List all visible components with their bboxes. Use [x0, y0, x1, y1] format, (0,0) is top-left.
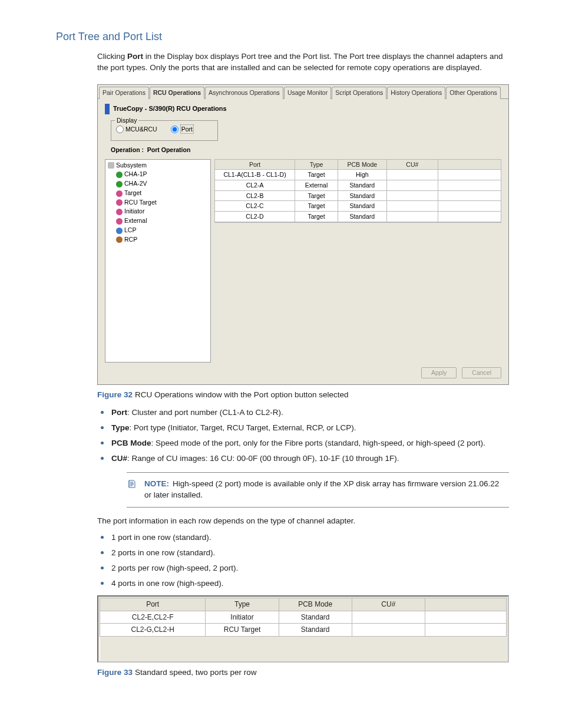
bullet-type: Type: Port type (Initiator, Target, RCU … — [110, 421, 509, 434]
tree-rcp[interactable]: RCP — [108, 235, 208, 245]
cell-cu — [386, 180, 438, 190]
term: PCB Mode — [111, 439, 151, 447]
cell-port: CL2-E,CL2-F — [100, 611, 206, 624]
tab-other-operations[interactable]: Other Operations — [446, 87, 501, 99]
tab-usage-monitor[interactable]: Usage Monitor — [284, 87, 331, 99]
cell-port: CL2-G,CL2-H — [100, 624, 206, 637]
tree-root[interactable]: Subsystem — [108, 161, 208, 170]
tree-initiator[interactable]: Initiator — [108, 207, 208, 216]
tab-bar: Pair Operations RCU Operations Asynchron… — [98, 86, 508, 99]
figure-32-caption: Figure 32RCU Operations window with the … — [97, 390, 509, 401]
tab-rcu-operations[interactable]: RCU Operations — [150, 87, 204, 99]
col-type: Type — [206, 598, 279, 611]
tree-ext-label: External — [124, 217, 147, 224]
port-table[interactable]: Port Type PCB Mode CU# CL1-A(CL1-B - CL1… — [214, 159, 501, 222]
bullet-2port: 2 ports in one row (standard). — [110, 546, 509, 559]
bullet-cu: CU#: Range of CU images: 16 CU: 00-0F (0… — [110, 452, 509, 465]
table-row[interactable]: CL2-A External Standard — [215, 180, 501, 190]
tab-pair-operations[interactable]: Pair Operations — [99, 87, 149, 99]
term: Type — [111, 423, 130, 432]
col-spacer — [438, 159, 501, 170]
title-accent-bar — [105, 104, 110, 114]
port-table-header: Port Type PCB Mode CU# — [215, 159, 501, 170]
col-type[interactable]: Type — [295, 159, 338, 170]
body-paragraph: The port information in each row depends… — [97, 516, 509, 527]
tree-lcp[interactable]: LCP — [108, 226, 208, 235]
cell-spacer — [438, 212, 501, 222]
cell-type: External — [295, 180, 338, 190]
table-row[interactable]: CL2-D Target Standard — [215, 212, 501, 222]
target-icon — [116, 190, 123, 197]
note-label: NOTE: — [144, 479, 169, 488]
cell-type: Target — [295, 212, 338, 222]
port-tree[interactable]: Subsystem CHA-1P CHA-2V Target RCU Targe… — [105, 159, 211, 363]
desc: : Range of CU images: 16 CU: 00-0F (00 t… — [127, 454, 399, 463]
cell-type: Target — [295, 190, 338, 201]
initiator-icon — [116, 209, 123, 215]
tree-rcp-label: RCP — [124, 236, 137, 243]
cell-pcb: Standard — [279, 611, 352, 624]
tree-rcut-label: RCU Target — [124, 199, 157, 206]
table-row: CL2-E,CL2-F Initiator Standard — [100, 611, 507, 624]
tree-cha1p-label: CHA-1P — [124, 170, 147, 177]
desc: : Speed mode of the port, only for the F… — [151, 439, 485, 447]
cell-pcb: Standard — [338, 190, 386, 201]
col-spacer — [425, 598, 506, 611]
table-row[interactable]: CL2-C Target Standard — [215, 201, 501, 212]
lcp-icon — [116, 228, 123, 234]
cancel-button[interactable]: Cancel — [462, 367, 501, 378]
rcu-target-icon — [116, 199, 123, 206]
table-row[interactable]: CL1-A(CL1-B - CL1-D) Target High — [215, 170, 501, 180]
pane-title-row: TrueCopy - S/390(R) RCU Operations — [105, 104, 501, 114]
tab-async-operations[interactable]: Asynchronous Operations — [205, 87, 283, 99]
cell-port: CL2-A — [215, 180, 295, 190]
intro-paragraph: Clicking Port in the Display box display… — [97, 51, 509, 74]
tree-external[interactable]: External — [108, 216, 208, 226]
cell-pcb: Standard — [338, 212, 386, 222]
cell-spacer — [425, 624, 506, 637]
bullet-port: Port: Cluster and port number (CL1-A to … — [110, 406, 509, 419]
cell-pcb: Standard — [338, 180, 386, 190]
tree-lcp-label: LCP — [124, 226, 136, 233]
tab-history-operations[interactable]: History Operations — [387, 87, 445, 99]
row-count-bullets: 1 port in one row (standard). 2 ports in… — [97, 531, 509, 589]
apply-button[interactable]: Apply — [421, 367, 457, 378]
cell-port: CL2-D — [215, 212, 295, 222]
subsystem-icon — [108, 162, 114, 169]
desc: : Port type (Initiator, Target, RCU Targ… — [130, 423, 356, 432]
radio-port[interactable]: Port — [171, 124, 194, 134]
port-grid-area: Port Type PCB Mode CU# CL1-A(CL1-B - CL1… — [214, 159, 501, 223]
figure-32-label: Figure 32 — [97, 390, 133, 399]
term: CU# — [111, 454, 127, 463]
radio-port-input[interactable] — [171, 126, 178, 133]
grid-empty-area — [214, 222, 501, 223]
bullet-pcb: PCB Mode: Speed mode of the port, only f… — [110, 436, 509, 449]
col-cu[interactable]: CU# — [386, 159, 438, 170]
table-row[interactable]: CL2-B Target Standard — [215, 190, 501, 201]
cell-cu — [386, 190, 438, 201]
tree-cha1p[interactable]: CHA-1P — [108, 170, 208, 179]
col-pcb[interactable]: PCB Mode — [338, 159, 386, 170]
tree-cha2v[interactable]: CHA-2V — [108, 179, 208, 189]
cell-port: CL1-A(CL1-B - CL1-D) — [215, 170, 295, 180]
radio-mcu-rcu-input[interactable] — [116, 126, 124, 133]
cell-pcb: High — [338, 170, 386, 180]
tab-script-operations[interactable]: Script Operations — [332, 87, 386, 99]
intro-c: in the Display box displays Port tree an… — [97, 52, 503, 72]
note-icon — [127, 479, 137, 492]
operation-label: Operation : — [111, 146, 144, 153]
field-bullets: Port: Cluster and port number (CL1-A to … — [97, 406, 509, 465]
tree-target[interactable]: Target — [108, 189, 208, 198]
term: Port — [111, 408, 127, 417]
cell-port: CL2-B — [215, 190, 295, 201]
figure-32-text: RCU Operations window with the Port opti… — [135, 390, 348, 399]
external-icon — [116, 218, 123, 225]
cell-type: Initiator — [206, 611, 279, 624]
col-port[interactable]: Port — [215, 159, 295, 170]
cell-type: RCU Target — [206, 624, 279, 637]
cell-type: Target — [295, 201, 338, 212]
tree-rcu-target[interactable]: RCU Target — [108, 198, 208, 207]
operation-line: Operation : Port Operation — [111, 146, 501, 154]
radio-mcu-rcu[interactable]: MCU&RCU — [116, 125, 157, 134]
tree-root-label: Subsystem — [116, 162, 147, 169]
